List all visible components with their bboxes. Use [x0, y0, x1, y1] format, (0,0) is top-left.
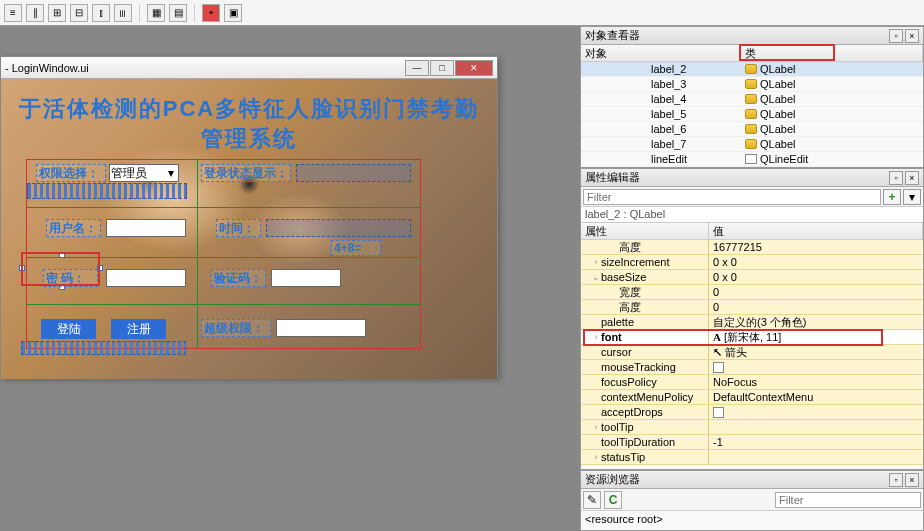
tree-row-lineEdit[interactable]: lineEditQLineEdit — [581, 152, 923, 167]
tool-layout-h[interactable]: ≡ — [4, 4, 22, 22]
role-combo[interactable]: 管理员 — [109, 164, 179, 182]
tool-adjust[interactable]: ▤ — [169, 4, 187, 22]
tool-preview[interactable]: ▣ — [224, 4, 242, 22]
verify-input[interactable] — [271, 269, 341, 287]
prop-row-statusTip[interactable]: ›statusTip — [581, 450, 923, 465]
app-title-1: 于活体检测的PCA多特征人脸识别门禁考勤 — [1, 94, 497, 124]
verify-label[interactable]: 验证码： — [211, 269, 266, 287]
panel-close-icon[interactable]: × — [905, 473, 919, 487]
username-input[interactable] — [106, 219, 186, 237]
resource-root[interactable]: <resource root> — [581, 511, 923, 527]
class-header-highlight — [739, 44, 835, 61]
object-inspector-title[interactable]: 对象查看器 ▫× — [581, 27, 923, 45]
prop-row-palette[interactable]: palette自定义的(3 个角色) — [581, 315, 923, 330]
main-toolbar: ≡ ∥ ⊞ ⊟ ⫿ ⫼ ▦ ▤ ⚬ ▣ — [0, 0, 924, 26]
property-editor-panel: 属性编辑器 ▫× + ▾ label_2 : QLabel 属性 值 高度167… — [580, 168, 924, 470]
username-label[interactable]: 用户名： — [46, 219, 101, 237]
panel-undock-icon[interactable]: ▫ — [889, 29, 903, 43]
resource-reload-icon[interactable]: C — [604, 491, 622, 509]
tree-row-label_3[interactable]: label_3QLabel — [581, 77, 923, 92]
prop-row-sizeIncrement[interactable]: ›sizeIncrement0 x 0 — [581, 255, 923, 270]
maximize-button[interactable]: □ — [430, 60, 454, 76]
tree-row-label_6[interactable]: label_6QLabel — [581, 122, 923, 137]
tool-split-v[interactable]: ⫼ — [114, 4, 132, 22]
resource-browser-panel: 资源浏览器 ▫× ✎ C <resource root> — [580, 470, 924, 531]
tool-layout-f[interactable]: ⊟ — [70, 4, 88, 22]
property-breadcrumb: label_2 : QLabel — [581, 207, 923, 223]
resource-browser-title[interactable]: 资源浏览器 ▫× — [581, 471, 923, 489]
panel-undock-icon[interactable]: ▫ — [889, 171, 903, 185]
login-button[interactable]: 登陆 — [41, 319, 96, 339]
minimize-button[interactable]: — — [405, 60, 429, 76]
selection-highlight — [21, 252, 100, 286]
prop-row-宽度[interactable]: 宽度0 — [581, 285, 923, 300]
panel-undock-icon[interactable]: ▫ — [889, 473, 903, 487]
add-property-icon[interactable]: + — [883, 189, 901, 205]
password-input[interactable] — [106, 269, 186, 287]
tool-layout-v[interactable]: ∥ — [26, 4, 44, 22]
prop-row-cursor[interactable]: cursor↖ 箭头 — [581, 345, 923, 360]
property-menu-icon[interactable]: ▾ — [903, 189, 921, 205]
tree-col-object[interactable]: 对象 — [581, 45, 741, 61]
super-label[interactable]: 超级权限： — [201, 319, 271, 337]
prop-row-高度[interactable]: 高度0 — [581, 300, 923, 315]
property-body: 高度16777215›sizeIncrement0 x 0⌄baseSize0 … — [581, 240, 923, 465]
role-select-label[interactable]: 权限选择： — [36, 164, 106, 182]
register-button[interactable]: 注册 — [111, 319, 166, 339]
prop-row-toolTipDuration[interactable]: toolTipDuration-1 — [581, 435, 923, 450]
design-canvas: - LoginWindow.ui — □ ✕ 于活体检测的PCA多特征人脸识别门… — [0, 26, 580, 531]
login-status-label[interactable]: 登录状态显示： — [201, 164, 291, 182]
prop-row-contextMenuPolicy[interactable]: contextMenuPolicyDefaultContextMenu — [581, 390, 923, 405]
prop-col-value[interactable]: 值 — [709, 223, 923, 239]
property-editor-title[interactable]: 属性编辑器 ▫× — [581, 169, 923, 187]
tool-layout-g[interactable]: ⊞ — [48, 4, 66, 22]
prop-row-font[interactable]: ›fontA [新宋体, 11] — [581, 330, 923, 345]
super-input[interactable] — [276, 319, 366, 337]
form-titlebar[interactable]: - LoginWindow.ui — □ ✕ — [1, 57, 497, 79]
captcha-label[interactable]: 4+8= — [331, 240, 381, 256]
tool-split-h[interactable]: ⫿ — [92, 4, 110, 22]
prop-row-baseSize[interactable]: ⌄baseSize0 x 0 — [581, 270, 923, 285]
designer-form[interactable]: - LoginWindow.ui — □ ✕ 于活体检测的PCA多特征人脸识别门… — [0, 56, 498, 378]
tree-row-label_5[interactable]: label_5QLabel — [581, 107, 923, 122]
prop-row-mouseTracking[interactable]: mouseTracking — [581, 360, 923, 375]
tool-conn[interactable]: ⚬ — [202, 4, 220, 22]
close-button[interactable]: ✕ — [455, 60, 493, 76]
tree-row-label_2[interactable]: label_2QLabel — [581, 62, 923, 77]
object-inspector-panel: 对象查看器 ▫× 对象 类 label_2QLabellabel_3QLabel… — [580, 26, 924, 168]
tree-row-label_4[interactable]: label_4QLabel — [581, 92, 923, 107]
prop-row-toolTip[interactable]: ›toolTip — [581, 420, 923, 435]
resource-filter-input[interactable] — [775, 492, 921, 508]
tool-break[interactable]: ▦ — [147, 4, 165, 22]
tree-body: label_2QLabellabel_3QLabellabel_4QLabell… — [581, 62, 923, 167]
form-title: - LoginWindow.ui — [5, 62, 89, 74]
prop-row-acceptDrops[interactable]: acceptDrops — [581, 405, 923, 420]
form-body[interactable]: 于活体检测的PCA多特征人脸识别门禁考勤 管理系统 权限选择： 管理员 登录状态… — [1, 79, 497, 379]
time-label[interactable]: 时间： — [216, 219, 261, 237]
property-filter-input[interactable] — [583, 189, 881, 205]
prop-row-focusPolicy[interactable]: focusPolicyNoFocus — [581, 375, 923, 390]
panel-close-icon[interactable]: × — [905, 29, 919, 43]
app-title-2: 管理系统 — [1, 124, 497, 154]
panel-close-icon[interactable]: × — [905, 171, 919, 185]
prop-col-name[interactable]: 属性 — [581, 223, 709, 239]
tree-row-label_7[interactable]: label_7QLabel — [581, 137, 923, 152]
resource-edit-icon[interactable]: ✎ — [583, 491, 601, 509]
prop-row-高度[interactable]: 高度16777215 — [581, 240, 923, 255]
